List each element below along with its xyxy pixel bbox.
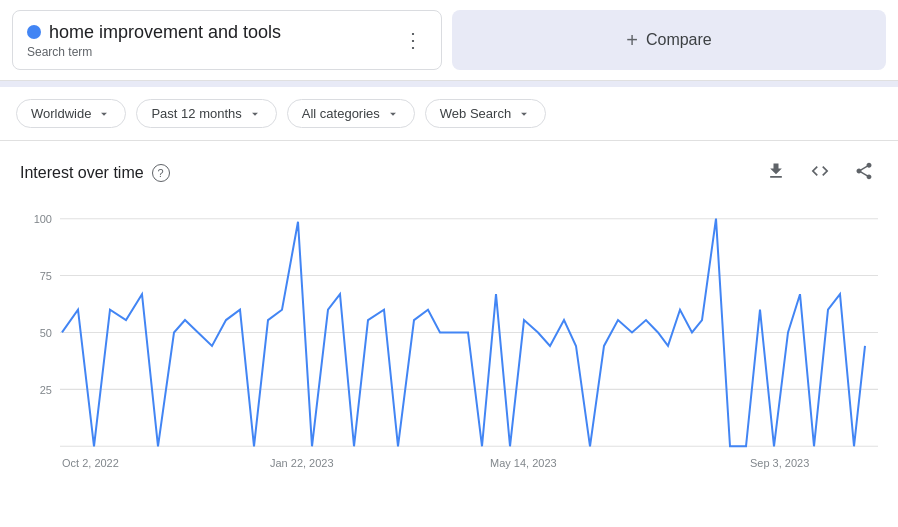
compare-box[interactable]: + Compare bbox=[452, 10, 886, 70]
compare-label: Compare bbox=[646, 31, 712, 49]
compare-plus-icon: + bbox=[626, 29, 638, 52]
x-label-sep: Sep 3, 2023 bbox=[750, 457, 809, 469]
location-filter[interactable]: Worldwide bbox=[16, 99, 126, 128]
chart-container: 100 75 50 25 Oct 2, 2022 Jan 22, 2023 Ma… bbox=[20, 198, 878, 498]
code-icon bbox=[810, 161, 830, 181]
search-type-label: Web Search bbox=[440, 106, 511, 121]
download-icon bbox=[766, 161, 786, 181]
download-button[interactable] bbox=[762, 157, 790, 188]
x-label-may: May 14, 2023 bbox=[490, 457, 557, 469]
location-label: Worldwide bbox=[31, 106, 91, 121]
time-range-label: Past 12 months bbox=[151, 106, 241, 121]
chevron-down-icon bbox=[248, 107, 262, 121]
filters-bar: Worldwide Past 12 months All categories … bbox=[0, 87, 898, 141]
chart-title: Interest over time bbox=[20, 164, 144, 182]
code-button[interactable] bbox=[806, 157, 834, 188]
category-filter[interactable]: All categories bbox=[287, 99, 415, 128]
help-icon[interactable]: ? bbox=[152, 164, 170, 182]
chart-title-group: Interest over time ? bbox=[20, 164, 170, 182]
time-range-filter[interactable]: Past 12 months bbox=[136, 99, 276, 128]
share-button[interactable] bbox=[850, 157, 878, 188]
y-label-25: 25 bbox=[40, 383, 52, 395]
chevron-down-icon bbox=[517, 107, 531, 121]
chevron-down-icon bbox=[97, 107, 111, 121]
x-label-oct: Oct 2, 2022 bbox=[62, 457, 119, 469]
chevron-down-icon bbox=[386, 107, 400, 121]
interest-over-time-chart: 100 75 50 25 Oct 2, 2022 Jan 22, 2023 Ma… bbox=[20, 198, 878, 498]
chart-actions bbox=[762, 157, 878, 188]
search-term-box: home improvement and tools Search term ⋮ bbox=[12, 10, 442, 70]
search-type-filter[interactable]: Web Search bbox=[425, 99, 546, 128]
search-term-title: home improvement and tools bbox=[27, 22, 281, 43]
search-term-text: home improvement and tools bbox=[49, 22, 281, 43]
more-options-button[interactable]: ⋮ bbox=[399, 24, 427, 56]
search-term-info: home improvement and tools Search term bbox=[27, 22, 281, 59]
category-label: All categories bbox=[302, 106, 380, 121]
chart-header: Interest over time ? bbox=[20, 157, 878, 188]
search-term-dot bbox=[27, 25, 41, 39]
y-label-100: 100 bbox=[34, 213, 52, 225]
chart-section: Interest over time ? 100 75 bbox=[0, 141, 898, 508]
search-term-label: Search term bbox=[27, 45, 281, 59]
y-label-75: 75 bbox=[40, 270, 52, 282]
x-label-jan: Jan 22, 2023 bbox=[270, 457, 334, 469]
share-icon bbox=[854, 161, 874, 181]
y-label-50: 50 bbox=[40, 326, 52, 338]
top-bar: home improvement and tools Search term ⋮… bbox=[0, 0, 898, 81]
